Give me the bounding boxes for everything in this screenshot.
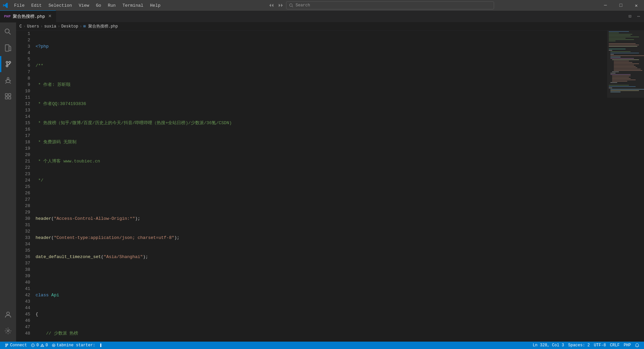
status-errors[interactable]: 0 0 — [29, 342, 50, 349]
ln-24: 24 — [16, 177, 30, 184]
ln-18: 18 — [16, 139, 30, 145]
tabbar: PHP 聚合热搜榜.php × ⊡ ⋯ — [0, 11, 644, 22]
activity-explorer[interactable] — [0, 40, 16, 56]
activity-debug[interactable] — [0, 72, 16, 88]
split-editor-button[interactable]: ⊡ — [626, 12, 634, 20]
menu-terminal[interactable]: Terminal — [119, 0, 147, 11]
ln-3: 3 — [16, 43, 30, 50]
status-language[interactable]: PHP — [622, 342, 633, 349]
code-line-15: { — [36, 311, 607, 317]
ln-46: 46 — [16, 317, 30, 324]
maximize-button[interactable]: □ — [613, 0, 629, 11]
svg-point-67 — [7, 344, 8, 345]
activity-account[interactable] — [0, 307, 16, 323]
status-eol-label: CRLF — [610, 343, 620, 348]
status-cursor-pos[interactable]: Ln 328, Col 3 — [531, 342, 566, 349]
nav-back-button[interactable] — [267, 1, 275, 9]
titlebar-left: File Edit Selection View Go Run Terminal… — [0, 0, 164, 11]
breadcrumb-file[interactable]: 聚合热搜榜.php — [88, 23, 118, 29]
titlebar: File Edit Selection View Go Run Terminal… — [0, 0, 644, 11]
search-bar[interactable]: Search — [286, 1, 494, 9]
ln-19: 19 — [16, 145, 30, 152]
status-connect-label: Connect — [10, 343, 27, 348]
menu-run[interactable]: Run — [104, 0, 119, 11]
code-content[interactable]: <?php /** * 作者: 苏昕颐 * 作者QQ:3074193836 * … — [33, 31, 607, 342]
menu-selection[interactable]: Selection — [45, 0, 75, 11]
breadcrumb-desktop[interactable]: Desktop — [61, 24, 78, 29]
menu-file[interactable]: File — [11, 0, 28, 11]
ln-27: 27 — [16, 196, 30, 203]
svg-line-3 — [9, 33, 11, 35]
svg-point-66 — [5, 344, 6, 345]
status-eol[interactable]: CRLF — [608, 342, 622, 349]
status-spaces[interactable]: Spaces: 2 — [566, 342, 592, 349]
code-editor[interactable]: 1 2 3 4 5 6 7 8 9 10 11 12 13 14 15 16 1… — [16, 31, 644, 342]
ln-11: 11 — [16, 94, 30, 101]
activity-settings[interactable] — [0, 323, 16, 339]
ln-2: 2 — [16, 37, 30, 43]
titlebar-center: Search — [164, 1, 598, 9]
menu-go[interactable]: Go — [93, 0, 105, 11]
tab-close-button[interactable]: × — [48, 13, 52, 19]
code-line-9 — [36, 196, 607, 203]
svg-line-14 — [5, 83, 6, 84]
code-line-4: * 作者QQ:3074193836 — [36, 101, 607, 107]
menu-help[interactable]: Help — [147, 0, 164, 11]
activity-source-control[interactable] — [0, 56, 16, 72]
ln-37: 37 — [16, 260, 30, 266]
code-line-14: class Api — [36, 292, 607, 298]
tab-main-file[interactable]: PHP 聚合热搜榜.php × — [0, 10, 56, 22]
ln-15: 15 — [16, 120, 30, 126]
ln-21: 21 — [16, 158, 30, 164]
svg-rect-10 — [6, 80, 10, 83]
status-source-control[interactable]: Connect — [3, 342, 29, 349]
svg-rect-16 — [5, 94, 8, 96]
status-notifications[interactable] — [633, 342, 641, 349]
ln-30: 30 — [16, 215, 30, 222]
activity-bar — [0, 22, 16, 342]
code-line-13 — [36, 273, 607, 279]
status-indicator-bar: ▐ — [99, 344, 101, 347]
ln-5: 5 — [16, 56, 30, 62]
status-indicator[interactable]: ▐ — [97, 342, 103, 349]
ln-12: 12 — [16, 101, 30, 107]
ln-42: 42 — [16, 292, 30, 298]
status-encoding-label: UTF-8 — [594, 343, 606, 348]
code-line-8: */ — [36, 177, 607, 184]
activity-extensions[interactable] — [0, 88, 16, 104]
more-actions-button[interactable]: ⋯ — [635, 12, 643, 20]
code-line-7: * 个人博客 www.toubiec.cn — [36, 158, 607, 164]
ln-47: 47 — [16, 324, 30, 330]
tabbar-actions: ⊡ ⋯ — [626, 10, 644, 22]
code-line-6: * 免费源码 无限制 — [36, 139, 607, 145]
ln-41: 41 — [16, 286, 30, 292]
nav-forward-button[interactable] — [277, 1, 285, 9]
minimap-viewport — [607, 31, 644, 98]
svg-point-2 — [5, 29, 9, 33]
svg-rect-4 — [5, 45, 9, 51]
svg-point-20 — [7, 312, 9, 315]
breadcrumb-c[interactable]: C — [19, 24, 22, 29]
activity-search[interactable] — [0, 24, 16, 40]
status-encoding[interactable]: UTF-8 — [592, 342, 608, 349]
breadcrumb-users[interactable]: Users — [27, 24, 39, 29]
ln-31: 31 — [16, 222, 30, 228]
status-tabnine[interactable]: tabnine starter: — [50, 342, 97, 349]
svg-rect-17 — [8, 94, 11, 96]
ln-40: 40 — [16, 279, 30, 286]
ln-23: 23 — [16, 171, 30, 177]
svg-point-71 — [33, 346, 33, 346]
breadcrumb-suxia[interactable]: suxia — [44, 24, 56, 29]
minimize-button[interactable]: ─ — [598, 0, 613, 11]
svg-point-6 — [6, 61, 8, 63]
ln-20: 20 — [16, 152, 30, 158]
statusbar: Connect 0 0 tabnine starter: ▐ Ln 328, C… — [0, 342, 644, 349]
minimap[interactable] — [607, 31, 644, 342]
tab-label: 聚合热搜榜.php — [13, 13, 45, 19]
close-button[interactable]: ✕ — [629, 0, 644, 11]
menu-edit[interactable]: Edit — [28, 0, 45, 11]
svg-point-9 — [7, 78, 9, 80]
ln-33: 33 — [16, 235, 30, 241]
menu-view[interactable]: View — [75, 0, 93, 11]
svg-point-21 — [7, 330, 9, 332]
